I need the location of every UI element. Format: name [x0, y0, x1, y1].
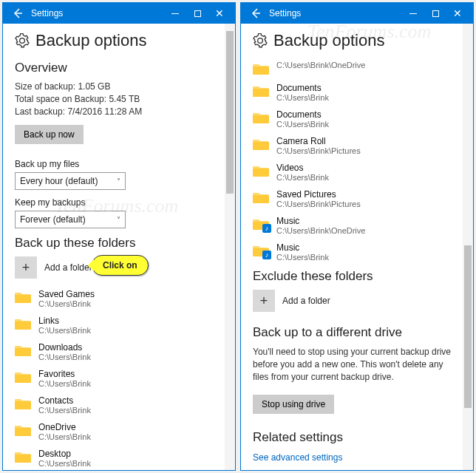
stop-using-drive-button[interactable]: Stop using drive: [253, 395, 334, 414]
folder-name: Saved Games: [38, 289, 95, 299]
folder-row[interactable]: DownloadsC:\Users\Brink: [15, 342, 213, 361]
folder-icon: [253, 191, 269, 204]
titlebar: Settings ✕: [241, 3, 473, 24]
add-exclude-folder-button[interactable]: + Add a folder: [253, 290, 451, 312]
gear-icon: [15, 33, 30, 48]
folder-row[interactable]: DesktopC:\Users\Brink: [15, 449, 213, 468]
folder-name: Videos: [276, 163, 329, 173]
backup-frequency-select[interactable]: Every hour (default) ˅: [15, 172, 126, 190]
folder-path: C:\Users\Brink: [38, 459, 91, 468]
overview-heading: Overview: [15, 61, 213, 75]
folder-name: Saved Pictures: [276, 189, 361, 200]
folder-name: OneDrive: [38, 422, 91, 432]
keep-backups-select[interactable]: Forever (default) ˅: [15, 211, 126, 228]
folder-icon: [253, 84, 269, 98]
keep-backups-label: Keep my backups: [15, 197, 213, 208]
chevron-down-icon: ˅: [117, 177, 120, 186]
folder-icon: ♪: [253, 217, 269, 231]
folder-name: Camera Roll: [276, 136, 361, 146]
folder-icon: [15, 370, 31, 384]
scroll-thumb[interactable]: [464, 245, 472, 408]
folder-name: Music: [276, 242, 329, 253]
folder-row[interactable]: VideosC:\Users\Brink: [253, 163, 451, 182]
add-folder-button[interactable]: + Add a folder Click on: [15, 256, 213, 279]
folder-row[interactable]: Camera RollC:\Users\Brink\Pictures: [253, 136, 451, 155]
scrollbar[interactable]: [463, 24, 473, 470]
size-of-backup: Size of backup: 1.05 GB: [15, 81, 213, 92]
folder-name: Links: [38, 316, 91, 326]
folder-row[interactable]: ♪MusicC:\Users\Brink\OneDrive: [253, 216, 451, 235]
folder-path: C:\Users\Brink: [38, 379, 91, 388]
folder-icon: [15, 290, 31, 304]
folder-path: C:\Users\Brink: [38, 326, 91, 335]
related-settings-heading: Related settings: [253, 430, 451, 445]
see-advanced-settings-link[interactable]: See advanced settings: [253, 452, 451, 463]
folder-row[interactable]: ContactsC:\Users\Brink: [15, 395, 213, 415]
page-title: Backup options: [15, 31, 213, 50]
folder-path: C:\Users\Brink: [38, 406, 91, 415]
content-pane-right: TenForums.com Backup options C:\Users\Br…: [241, 24, 463, 470]
minimize-button[interactable]: [164, 5, 186, 21]
minimize-icon: [171, 13, 179, 14]
backup-files-label: Back up my files: [15, 159, 213, 169]
maximize-icon: [194, 10, 201, 17]
folder-row[interactable]: C:\Users\Brink\OneDrive: [253, 61, 451, 75]
window-title: Settings: [269, 8, 402, 18]
maximize-button[interactable]: [186, 5, 208, 21]
total-space: Total space on Backup: 5.45 TB: [15, 94, 213, 104]
folder-row[interactable]: DocumentsC:\Users\Brink: [253, 109, 451, 129]
plus-icon: +: [253, 290, 275, 312]
minimize-button[interactable]: [402, 5, 424, 21]
close-icon: ✕: [215, 8, 224, 18]
folder-path: C:\Users\Brink\OneDrive: [276, 61, 365, 69]
folder-path: C:\Users\Brink: [276, 93, 329, 102]
folder-row[interactable]: ♪MusicC:\Users\Brink: [253, 242, 451, 262]
folder-name: Documents: [276, 83, 329, 93]
folder-row[interactable]: DocumentsC:\Users\Brink: [253, 83, 451, 102]
plus-icon: +: [15, 256, 37, 279]
back-button[interactable]: [247, 4, 265, 22]
folder-row[interactable]: Saved GamesC:\Users\Brink: [15, 289, 213, 308]
folder-icon: [15, 397, 31, 410]
folder-icon: [253, 111, 269, 124]
settings-window-right: Settings ✕ TenForums.com Backup options …: [240, 2, 474, 471]
different-drive-text: You'll need to stop using your current b…: [253, 346, 451, 383]
scroll-thumb[interactable]: [226, 31, 234, 194]
backup-folders-heading: Back up these folders: [15, 236, 213, 251]
window-title: Settings: [31, 8, 164, 18]
folder-path: C:\Users\Brink: [276, 173, 329, 182]
arrow-left-icon: [12, 7, 24, 19]
callout-annotation: Click on: [92, 255, 149, 276]
folder-path: C:\Users\Brink: [38, 432, 91, 441]
titlebar: Settings ✕: [3, 3, 235, 24]
content-pane-left: TenForums.com Backup options Overview Si…: [3, 24, 225, 470]
folder-name: Downloads: [38, 342, 91, 353]
folder-path: C:\Users\Brink\Pictures: [276, 200, 361, 208]
folder-icon: [15, 450, 31, 463]
folder-icon: ♪: [253, 244, 269, 257]
close-button[interactable]: ✕: [208, 5, 231, 21]
folder-path: C:\Users\Brink: [276, 253, 329, 262]
back-button[interactable]: [9, 4, 27, 22]
folder-row[interactable]: Saved PicturesC:\Users\Brink\Pictures: [253, 189, 451, 208]
scrollbar[interactable]: [225, 24, 235, 470]
folder-icon: [253, 62, 269, 75]
folder-path: C:\Users\Brink: [38, 299, 95, 308]
minimize-icon: [409, 13, 417, 14]
close-button[interactable]: ✕: [446, 5, 469, 21]
exclude-folders-heading: Exclude these folders: [253, 269, 451, 284]
folder-name: Contacts: [38, 395, 91, 406]
folder-name: Music: [276, 216, 365, 226]
page-title: Backup options: [253, 31, 451, 50]
folder-icon: [15, 423, 31, 437]
last-backup: Last backup: 7/4/2016 11:28 AM: [15, 106, 213, 117]
folder-row[interactable]: LinksC:\Users\Brink: [15, 316, 213, 335]
backup-now-button[interactable]: Back up now: [15, 125, 84, 144]
folder-row[interactable]: OneDriveC:\Users\Brink: [15, 422, 213, 441]
folder-row[interactable]: FavoritesC:\Users\Brink: [15, 369, 213, 388]
folder-name: Desktop: [38, 449, 91, 459]
folder-icon: [253, 164, 269, 177]
settings-window-left: Settings ✕ TenForums.com Backup options …: [2, 2, 236, 471]
maximize-button[interactable]: [424, 5, 446, 21]
folder-name: Documents: [276, 109, 329, 120]
